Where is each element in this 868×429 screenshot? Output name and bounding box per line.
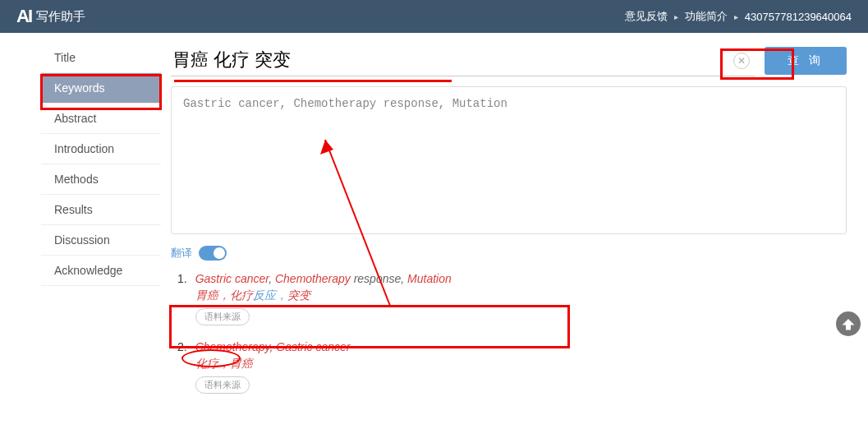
result-body: Gastric cancer, Chemotherapy response, M… bbox=[195, 272, 847, 325]
result-textarea[interactable]: Gastric cancer, Chemotherapy response, M… bbox=[171, 86, 847, 234]
sidebar-item-introduction[interactable]: Introduction bbox=[41, 134, 161, 164]
result-item: 2.Chemotherapy, Gastric cancer化疗，胃癌语料来源 bbox=[177, 340, 847, 394]
sidebar-item-title[interactable]: Title bbox=[41, 43, 161, 73]
sidebar-item-keywords[interactable]: Keywords bbox=[41, 73, 161, 104]
result-number: 1. bbox=[177, 272, 187, 325]
source-tag[interactable]: 语料来源 bbox=[195, 308, 250, 325]
sidebar-item-results[interactable]: Results bbox=[41, 195, 161, 225]
translate-label: 翻译 bbox=[171, 246, 192, 261]
keywords-chinese: 化疗，胃癌 bbox=[195, 357, 847, 371]
sidebar-item-methods[interactable]: Methods bbox=[41, 164, 161, 195]
search-row: ✕ 查 询 bbox=[171, 44, 847, 76]
sidebar-item-abstract[interactable]: Abstract bbox=[41, 104, 161, 134]
content-area: ✕ 查 询 Gastric cancer, Chemotherapy respo… bbox=[163, 33, 868, 429]
clear-icon[interactable]: ✕ bbox=[733, 53, 750, 69]
separator-icon: ▸ bbox=[674, 12, 678, 21]
query-button[interactable]: 查 询 bbox=[765, 47, 847, 75]
translate-row: 翻译 bbox=[171, 246, 847, 261]
keywords-chinese: 胃癌，化疗反应，突变 bbox=[195, 288, 847, 303]
search-box: ✕ bbox=[171, 44, 755, 76]
feedback-link[interactable]: 意见反馈 bbox=[625, 9, 668, 24]
result-number: 2. bbox=[177, 340, 187, 394]
separator-icon: ▸ bbox=[734, 12, 738, 21]
header: AI 写作助手 意见反馈 ▸ 功能简介 ▸ 430757781239640064 bbox=[0, 0, 868, 33]
result-body: Chemotherapy, Gastric cancer化疗，胃癌语料来源 bbox=[195, 340, 847, 394]
source-tag[interactable]: 语料来源 bbox=[195, 376, 250, 394]
keywords-english: Gastric cancer, Chemotherapy response, M… bbox=[195, 272, 847, 285]
header-right: 意见反馈 ▸ 功能简介 ▸ 430757781239640064 bbox=[625, 9, 852, 24]
app-title: 写作助手 bbox=[36, 9, 85, 25]
keywords-english: Chemotherapy, Gastric cancer bbox=[195, 340, 847, 353]
arrow-up-circle-icon bbox=[834, 309, 863, 339]
result-item: 1.Gastric cancer, Chemotherapy response,… bbox=[177, 272, 847, 325]
translate-toggle[interactable] bbox=[199, 246, 227, 261]
result-list: 1.Gastric cancer, Chemotherapy response,… bbox=[171, 272, 847, 394]
sidebar: TitleKeywordsAbstractIntroductionMethods… bbox=[0, 33, 163, 429]
logo-icon: AI bbox=[16, 6, 31, 27]
search-input[interactable] bbox=[171, 44, 755, 76]
sidebar-item-acknowledge[interactable]: Acknowledge bbox=[41, 256, 161, 286]
user-id[interactable]: 430757781239640064 bbox=[745, 11, 852, 23]
scroll-top-button[interactable] bbox=[834, 309, 863, 339]
sidebar-item-discussion[interactable]: Discussion bbox=[41, 225, 161, 256]
features-link[interactable]: 功能简介 bbox=[685, 9, 728, 24]
